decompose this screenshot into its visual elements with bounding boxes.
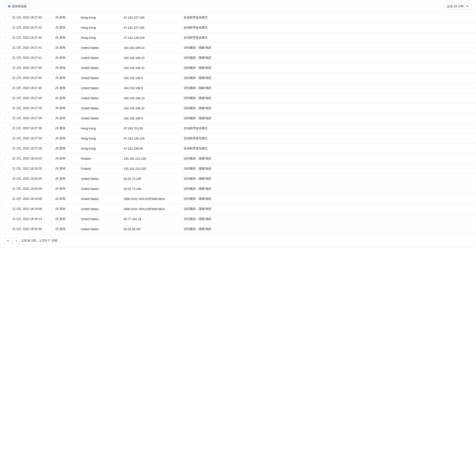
- row-reason: 访问规则：国家/地区: [180, 63, 476, 73]
- table-row[interactable]: 21 2月, 2022 18:27:42 JS 质询 Hong Kong 47.…: [0, 23, 476, 33]
- row-expand-arrow[interactable]: [0, 205, 9, 213]
- table-row[interactable]: 21 2月, 2022 18:27:39 JS 质询 United States…: [0, 103, 476, 113]
- row-expand-arrow[interactable]: [0, 154, 9, 163]
- row-ip: 104.192.108.10: [120, 103, 180, 113]
- row-expand-arrow[interactable]: [0, 114, 9, 123]
- table-row[interactable]: 21 2月, 2022 18:27:39 JS 质询 United States…: [0, 113, 476, 123]
- table-row[interactable]: 21 2月, 2022 18:20:45 JS 质询 United States…: [0, 174, 476, 184]
- row-ip: 2600:3c01::f03c:91ff:fe00:b6c4: [120, 204, 180, 214]
- row-reason: 访问规则：国家/地区: [180, 93, 476, 103]
- table-row[interactable]: 21 2月, 2022 18:27:40 JS 质询 United States…: [0, 83, 476, 93]
- row-type: JS 质询: [52, 43, 77, 53]
- row-country: United States: [77, 53, 120, 63]
- table-row[interactable]: 21 2月, 2022 18:27:40 JS 质询 United States…: [0, 93, 476, 103]
- row-reason: 自动程序攻击模式: [180, 33, 476, 43]
- row-datetime: 21 2月, 2022 18:27:40: [9, 83, 52, 93]
- row-datetime: 21 2月, 2022 18:24:22: [9, 154, 52, 164]
- table-row[interactable]: 21 2月, 2022 18:27:40 JS 质询 United States…: [0, 73, 476, 83]
- add-filter-label: 添加筛选器: [12, 4, 27, 8]
- row-reason: 访问规则：国家/地区: [180, 174, 476, 184]
- table-row[interactable]: 21 2月, 2022 18:27:40 JS 质询 United States…: [0, 63, 476, 73]
- table-row[interactable]: 21 2月, 2022 18:24:22 JS 质询 Finland 135.1…: [0, 154, 476, 164]
- row-country: United States: [77, 43, 120, 52]
- row-expand-arrow[interactable]: [0, 54, 9, 62]
- row-type: JS 质询: [52, 113, 77, 123]
- row-datetime: 21 2月, 2022 18:27:39: [9, 134, 52, 143]
- row-expand-arrow[interactable]: [0, 13, 9, 22]
- row-expand-arrow[interactable]: [0, 124, 9, 133]
- row-datetime: 21 2月, 2022 18:19:58: [9, 204, 52, 214]
- table-row[interactable]: 21 2月, 2022 18:02:56 JS 质询 United States…: [0, 224, 476, 234]
- row-expand-arrow[interactable]: [0, 144, 9, 153]
- row-datetime: 21 2月, 2022 18:27:41: [9, 43, 52, 53]
- row-expand-arrow[interactable]: [0, 174, 9, 183]
- row-expand-arrow[interactable]: [0, 44, 9, 52]
- row-type: JS 质询: [52, 174, 77, 184]
- row-country: Finland: [77, 154, 120, 163]
- row-expand-arrow[interactable]: [0, 23, 9, 32]
- row-expand-arrow[interactable]: [0, 225, 9, 233]
- row-datetime: 21 2月, 2022 18:27:40: [9, 73, 52, 83]
- row-expand-arrow[interactable]: [0, 164, 9, 173]
- events-table: 21 2月, 2022 18:27:43 JS 质询 Hong Kong 47.…: [0, 13, 476, 234]
- row-datetime: 21 2月, 2022 18:27:43: [9, 13, 52, 22]
- row-expand-arrow[interactable]: [0, 215, 9, 223]
- table-row[interactable]: 21 2月, 2022 18:19:58 JS 质询 United States…: [0, 194, 476, 204]
- row-expand-arrow[interactable]: [0, 195, 9, 203]
- table-row[interactable]: 21 2月, 2022 18:27:39 JS 质询 Hong Kong 47.…: [0, 134, 476, 144]
- row-reason: 自动程序攻击模式: [180, 23, 476, 33]
- row-datetime: 21 2月, 2022 18:19:13: [9, 214, 52, 224]
- row-country: United States: [77, 214, 120, 224]
- row-expand-arrow[interactable]: [0, 94, 9, 102]
- row-reason: 访问规则：国家/地区: [180, 204, 476, 214]
- row-type: JS 质询: [52, 214, 77, 224]
- row-reason: 访问规则：国家/地区: [180, 113, 476, 123]
- row-expand-arrow[interactable]: [0, 104, 9, 113]
- row-reason: 访问规则：国家/地区: [180, 214, 476, 224]
- row-ip: 47.242.128.149: [120, 134, 180, 143]
- table-row[interactable]: 21 2月, 2022 18:19:13 JS 质询 United States…: [0, 214, 476, 224]
- row-reason: 自动程序攻击模式: [180, 134, 476, 143]
- row-ip: 45.32.65.207: [120, 224, 180, 234]
- row-expand-arrow[interactable]: [0, 134, 9, 143]
- table-row[interactable]: 21 2月, 2022 18:27:42 JS 质询 Hong Kong 47.…: [0, 33, 476, 43]
- row-datetime: 21 2月, 2022 18:27:39: [9, 103, 52, 113]
- row-type: JS 质询: [52, 224, 77, 234]
- row-country: United States: [77, 194, 120, 204]
- row-datetime: 21 2月, 2022 18:27:42: [9, 23, 52, 33]
- toolbar: ⊕ 添加筛选器 过去 24 小时: [0, 0, 476, 13]
- row-expand-arrow[interactable]: [0, 84, 9, 92]
- row-reason: 自动程序攻击模式: [180, 144, 476, 153]
- row-reason: 自动程序攻击模式: [180, 123, 476, 133]
- prev-page-button[interactable]: <: [4, 237, 11, 244]
- row-expand-arrow[interactable]: [0, 64, 9, 72]
- row-ip: 104.192.108.10: [120, 43, 180, 52]
- row-expand-arrow[interactable]: [0, 74, 9, 82]
- row-country: Hong Kong: [77, 124, 120, 133]
- row-country: United States: [77, 184, 120, 194]
- table-row[interactable]: 21 2月, 2022 18:20:45 JS 质询 United States…: [0, 184, 476, 194]
- row-type: JS 质询: [52, 93, 77, 103]
- table-row[interactable]: 21 2月, 2022 18:24:20 JS 质询 Finland 135.1…: [0, 164, 476, 174]
- row-expand-arrow[interactable]: [0, 185, 9, 193]
- row-expand-arrow[interactable]: [0, 34, 9, 42]
- row-datetime: 21 2月, 2022 18:27:40: [9, 63, 52, 73]
- row-ip: 47.242.157.245: [120, 13, 180, 22]
- row-datetime: 21 2月, 2022 18:27:41: [9, 53, 52, 63]
- row-country: United States: [77, 93, 120, 103]
- row-ip: 104.192.108.10: [120, 93, 180, 103]
- table-row[interactable]: 21 2月, 2022 18:19:58 JS 质询 United States…: [0, 204, 476, 214]
- row-reason: 访问规则：国家/地区: [180, 154, 476, 164]
- table-row[interactable]: 21 2月, 2022 18:27:39 JS 质询 Hong Kong 47.…: [0, 144, 476, 154]
- time-filter-label: 过去 24 小时: [447, 4, 464, 8]
- row-country: Finland: [77, 164, 120, 173]
- add-filter-button[interactable]: ⊕ 添加筛选器: [4, 3, 30, 10]
- table-row[interactable]: 21 2月, 2022 18:27:39 JS 质询 Hong Kong 47.…: [0, 123, 476, 134]
- table-row[interactable]: 21 2月, 2022 18:27:43 JS 质询 Hong Kong 47.…: [0, 13, 476, 23]
- pagination: < > 126 到 150，1,576 个 日程: [0, 234, 476, 247]
- next-page-button[interactable]: >: [13, 237, 20, 244]
- time-filter-dropdown[interactable]: 过去 24 小时: [444, 3, 472, 10]
- table-row[interactable]: 21 2月, 2022 18:27:41 JS 质询 United States…: [0, 43, 476, 53]
- row-type: JS 质询: [52, 204, 77, 214]
- table-row[interactable]: 21 2月, 2022 18:27:41 JS 质询 United States…: [0, 53, 476, 63]
